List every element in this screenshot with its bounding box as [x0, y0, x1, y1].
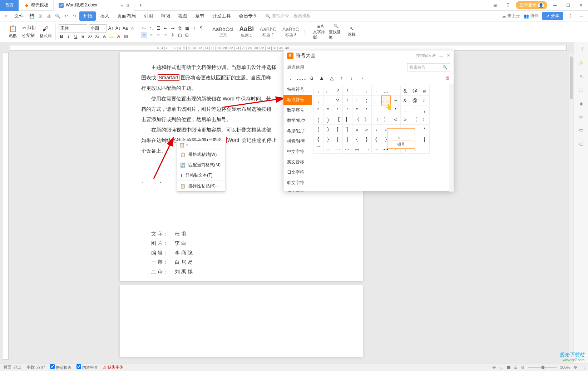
tab-document[interactable]: W Word教程2.docx ● ⊡ — [54, 0, 134, 11]
bullets-icon[interactable]: ≔ — [141, 25, 147, 31]
shield-icon[interactable]: 🛡 — [578, 127, 585, 134]
multilevel-icon[interactable]: ☰ — [155, 25, 161, 31]
zoom-slider[interactable] — [528, 367, 557, 368]
symbol-cell[interactable]: & — [400, 95, 410, 105]
symbol-cell[interactable]: { — [352, 134, 362, 144]
symbol-cell[interactable]: ↓ — [347, 74, 356, 82]
symbol-cell[interactable]: 。 — [323, 86, 333, 96]
symbol-cell[interactable]: @ — [410, 95, 420, 105]
view-print-icon[interactable]: ▭ — [500, 365, 503, 370]
copy-button[interactable]: ⎘复制 — [21, 32, 37, 39]
text-direction-icon[interactable]: 文 — [177, 25, 183, 31]
symbol-cell[interactable]: ？ — [333, 86, 343, 96]
paste-match-format[interactable]: 🔄匹配当前格式(M) — [177, 160, 225, 170]
superscript-icon[interactable]: X² — [87, 34, 93, 39]
symbol-cell[interactable] — [420, 144, 430, 154]
styles-more-icon[interactable]: ⋮ — [303, 29, 307, 34]
symbol-cell[interactable]: 〈 — [371, 115, 381, 125]
style-h1[interactable]: AaBl标题 1 — [237, 25, 256, 39]
italic-icon[interactable]: I — [66, 34, 71, 39]
align-left-icon[interactable]: ≡ — [141, 32, 147, 38]
font-name-select[interactable]: 宋体 — [59, 24, 87, 33]
tab-pin-icon[interactable]: ⊡ — [125, 3, 129, 8]
show-marks-icon[interactable]: ¶ — [198, 25, 204, 31]
bg-color-icon[interactable]: ☒ — [123, 34, 129, 39]
symbol-cell[interactable]: ﹏ — [323, 144, 333, 154]
missing-font[interactable]: ⚠ 缺失字体 — [103, 365, 123, 370]
symbol-cell[interactable]: [ — [333, 134, 343, 144]
coop-button[interactable]: 👥 协作 — [524, 13, 539, 19]
symbol-cell[interactable]: 、 — [287, 74, 296, 82]
paste-special[interactable]: 📋选择性粘贴(S)... — [177, 180, 225, 191]
menu-view[interactable]: 视图 — [174, 11, 191, 21]
undo-icon[interactable]: ↶ — [62, 12, 70, 20]
symbol-cell[interactable]: ︽ — [352, 144, 362, 154]
paste-button[interactable]: 📋 粘贴 — [6, 25, 20, 39]
settings-icon[interactable]: ⚙ — [578, 114, 585, 121]
paste-with-format[interactable]: 📋带格式粘贴(W) — [177, 149, 225, 160]
symbol-cell[interactable]: & — [400, 86, 410, 96]
align-distributed-icon[interactable]: ▦ — [184, 25, 190, 31]
symbol-cell[interactable]: ； — [362, 86, 372, 96]
symbol-cell[interactable]: 〉 — [381, 115, 391, 125]
cat-japanese[interactable]: 日文字符 — [283, 167, 312, 178]
symbol-cell[interactable]: ( — [313, 115, 323, 125]
symbol-cell[interactable]: ( — [313, 124, 323, 134]
not-cloud-button[interactable]: ☁ 未上云 — [502, 13, 520, 19]
symbol-cell[interactable]: 】 — [342, 115, 352, 125]
login-button[interactable]: 立即登录 👤 — [516, 1, 547, 9]
symbol-cell[interactable] — [371, 105, 381, 115]
stamp-icon[interactable]: ◉ — [578, 100, 585, 107]
cat-pinyin[interactable]: 拼音/注音 — [283, 136, 312, 147]
symbol-cell[interactable]: 》 — [362, 115, 372, 125]
symbol-cell[interactable]: } — [362, 134, 372, 144]
paste-text-only[interactable]: T只粘贴文本(T) — [177, 170, 225, 180]
cat-special[interactable]: 特殊符号 — [283, 84, 312, 95]
find-replace-button[interactable]: 🔍查找替换 — [329, 24, 343, 40]
symbol-cell[interactable]: ▲ — [317, 74, 326, 82]
reading-mode-icon[interactable]: 👁 — [492, 365, 496, 370]
indent-icon[interactable]: ⇥ — [170, 25, 176, 31]
symbol-cell[interactable]: ] — [342, 124, 352, 134]
cat-math[interactable]: 数学/单位 — [283, 115, 312, 126]
symbol-cell[interactable]: " — [352, 105, 362, 115]
menu-devtools[interactable]: 开发工具 — [209, 11, 234, 21]
zoom-out-icon[interactable]: ⊖ — [521, 365, 524, 370]
paste-menu-header[interactable]: 📋 ▾ — [177, 141, 225, 149]
select-button[interactable]: ↖选择 — [345, 26, 359, 37]
menu-review[interactable]: 审阅 — [157, 11, 174, 21]
menu-insert[interactable]: 插入 — [97, 11, 113, 21]
underline-icon[interactable]: U — [73, 34, 79, 39]
symbol-cell[interactable]: { — [371, 134, 381, 144]
close-button[interactable]: ✕ — [576, 1, 586, 9]
symbol-cell[interactable]: ] — [342, 134, 352, 144]
pen-icon[interactable]: ✎ — [578, 73, 585, 80]
symbol-search[interactable]: 搜索符号 🔍 — [407, 63, 450, 71]
clear-format-icon[interactable]: ◇ — [129, 25, 135, 31]
symbol-cell[interactable]: # — [420, 86, 430, 96]
symbol-cell[interactable]: ﹃ — [371, 144, 381, 154]
print-icon[interactable]: 🖨 — [45, 12, 53, 20]
select-tool-icon[interactable]: ⬚ — [578, 86, 585, 94]
highlight-icon[interactable]: ▬ — [109, 34, 114, 39]
borders-icon[interactable]: ⊞ — [184, 32, 190, 38]
cat-greek[interactable]: 希腊/拉丁 — [283, 126, 312, 136]
symbol-cell[interactable]: , — [313, 95, 323, 105]
share-button[interactable]: ↗ 分享 — [542, 12, 563, 20]
symbol-cell[interactable]: ' — [333, 105, 343, 115]
maximize-button[interactable]: ☐ — [563, 1, 573, 9]
menu-reference[interactable]: 引用 — [140, 11, 157, 21]
font-color-icon[interactable]: A — [116, 34, 122, 39]
zoom-in-icon[interactable]: ⊕ — [574, 365, 577, 370]
symbol-cell[interactable]: 〈 — [410, 115, 420, 125]
shading-icon[interactable]: ▢ — [177, 32, 183, 38]
new-tab-button[interactable]: + — [134, 0, 147, 11]
menu-file[interactable]: 文件 — [11, 11, 27, 21]
close-button[interactable]: ✕ — [447, 53, 450, 58]
ruler-vertical[interactable] — [3, 52, 9, 360]
symbol-cell[interactable]: ﹁ — [362, 144, 372, 154]
tab-home[interactable]: 首页 — [0, 0, 19, 11]
symbol-cell[interactable]: ' — [342, 105, 352, 115]
symbol-cell[interactable]: @ — [410, 86, 420, 96]
cat-russian[interactable]: 俄文字母 — [283, 188, 312, 192]
